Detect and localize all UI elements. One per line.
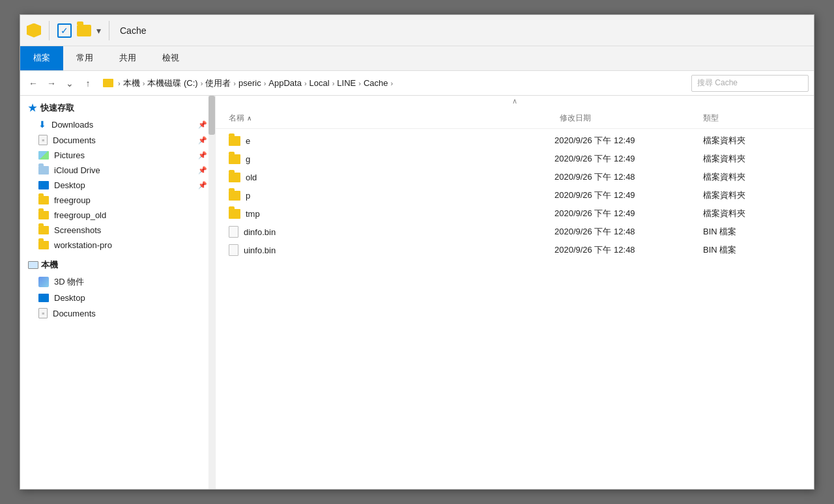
- sidebar-item-screenshots[interactable]: Screenshots: [20, 223, 215, 238]
- sidebar-item-label: Documents: [53, 309, 96, 318]
- folder-icon: [38, 211, 49, 219]
- file-list: e 2020/9/26 下午 12:49 檔案資料夾 g 2020/9/26 下…: [216, 129, 814, 489]
- file-date-old: 2020/9/26 下午 12:48: [554, 171, 698, 183]
- bc-local[interactable]: Local: [309, 78, 330, 88]
- col-date-label: 修改日期: [560, 113, 591, 122]
- table-row[interactable]: uinfo.bin 2020/9/26 下午 12:48 BIN 檔案: [216, 241, 814, 259]
- tab-file[interactable]: 檔案: [20, 46, 63, 70]
- folder-icon: [38, 196, 49, 204]
- this-pc-header: 本機: [20, 253, 215, 273]
- table-row[interactable]: dinfo.bin 2020/9/26 下午 12:48 BIN 檔案: [216, 223, 814, 241]
- sidebar-item-downloads[interactable]: ⬇ Downloads 📌: [20, 117, 215, 132]
- sidebar-item-label: iCloud Drive: [54, 165, 100, 175]
- sort-up-arrow[interactable]: ∧: [512, 97, 517, 105]
- forward-button[interactable]: →: [44, 76, 59, 91]
- sidebar-item-pictures[interactable]: Pictures 📌: [20, 148, 215, 163]
- breadcrumb-folder-icon: [103, 79, 113, 87]
- sidebar-item-documents-pc[interactable]: ≡ Documents: [20, 305, 215, 321]
- pin-icon: 📌: [198, 136, 207, 145]
- titlebar-dropdown-arrow[interactable]: ▾: [96, 25, 101, 36]
- window-title: Cache: [120, 25, 146, 36]
- sidebar-item-freegroup-old[interactable]: freegroup_old: [20, 208, 215, 223]
- bc-drive[interactable]: 本機磁碟 (C:): [147, 77, 197, 89]
- file-name-uinfo: uinfo.bin: [229, 244, 549, 256]
- sidebar: ★ 快速存取 ⬇ Downloads 📌 ≡ Documents 📌 Pictu…: [20, 96, 216, 489]
- folder-icon-p: [229, 191, 240, 201]
- sidebar-item-workstation[interactable]: workstation-pro: [20, 238, 215, 253]
- file-name-g: g: [229, 154, 549, 164]
- recent-button[interactable]: ⌄: [62, 76, 78, 91]
- file-type-p: 檔案資料夾: [703, 189, 801, 201]
- bc-cache[interactable]: Cache: [364, 78, 388, 88]
- table-row[interactable]: p 2020/9/26 下午 12:49 檔案資料夾: [216, 186, 814, 204]
- table-row[interactable]: old 2020/9/26 下午 12:48 檔案資料夾: [216, 168, 814, 186]
- bc-sep3: ›: [233, 79, 236, 87]
- desktop-icon: [38, 181, 49, 189]
- folder-icon: [38, 226, 49, 234]
- bc-sep7: ›: [358, 79, 361, 87]
- file-name-old: old: [229, 173, 549, 182]
- up-button[interactable]: ↑: [80, 76, 96, 91]
- titlebar-sep2: [109, 21, 109, 40]
- folder-icon-old: [229, 173, 240, 182]
- tab-view[interactable]: 檢視: [149, 46, 192, 70]
- file-type-g: 檔案資料夾: [703, 153, 801, 165]
- bc-this-pc[interactable]: 本機: [123, 77, 140, 89]
- bc-users[interactable]: 使用者: [205, 77, 231, 89]
- titlebar: ✓ ▾ Cache: [20, 15, 814, 46]
- sidebar-item-desktop[interactable]: Desktop 📌: [20, 178, 215, 193]
- content-area: ∧ 名稱 ∧ 修改日期 類型: [216, 96, 814, 489]
- search-placeholder: 搜尋 Cache: [697, 77, 738, 89]
- bc-line[interactable]: LINE: [337, 78, 356, 88]
- tab-share[interactable]: 共用: [106, 46, 149, 70]
- col-name-sort-icon: ∧: [247, 115, 252, 122]
- bc-pseric[interactable]: pseric: [238, 78, 261, 88]
- col-name-header[interactable]: 名稱 ∧: [229, 113, 560, 124]
- file-type-e: 檔案資料夾: [703, 135, 801, 147]
- bc-sep0: ›: [118, 79, 121, 87]
- table-row[interactable]: e 2020/9/26 下午 12:49 檔案資料夾: [216, 132, 814, 150]
- threed-icon: [38, 277, 49, 287]
- col-date-header[interactable]: 修改日期: [560, 113, 703, 124]
- sidebar-item-label: 3D 物件: [54, 276, 84, 288]
- sidebar-item-documents[interactable]: ≡ Documents 📌: [20, 132, 215, 148]
- documents-icon: ≡: [38, 308, 48, 318]
- bin-icon-uinfo: [229, 244, 238, 256]
- file-type-uinfo: BIN 檔案: [703, 244, 801, 256]
- folder-icon-g: [229, 154, 240, 164]
- tab-home[interactable]: 常用: [63, 46, 106, 70]
- bc-sep1: ›: [143, 79, 145, 87]
- pc-screen-icon: [28, 261, 38, 269]
- file-name-e: e: [229, 136, 549, 146]
- col-type-header[interactable]: 類型: [703, 113, 801, 124]
- sidebar-item-freegroup[interactable]: freegroup: [20, 193, 215, 208]
- folder-icon-e: [229, 136, 240, 146]
- sort-up-area: ∧: [216, 96, 814, 108]
- sidebar-scroll-thumb[interactable]: [208, 96, 215, 135]
- file-name-tmp: tmp: [229, 209, 549, 219]
- sidebar-item-label: Documents: [53, 135, 96, 145]
- back-button[interactable]: ←: [25, 76, 41, 91]
- titlebar-folder-icon: [27, 23, 41, 38]
- bc-sep4: ›: [264, 79, 266, 87]
- file-type-dinfo: BIN 檔案: [703, 226, 801, 238]
- sidebar-item-icloud[interactable]: iCloud Drive 📌: [20, 163, 215, 178]
- file-type-old: 檔案資料夾: [703, 171, 801, 183]
- table-row[interactable]: g 2020/9/26 下午 12:49 檔案資料夾: [216, 150, 814, 168]
- sidebar-item-label: freegroup_old: [54, 210, 106, 220]
- sidebar-item-label: Downloads: [51, 120, 93, 130]
- bc-sep8: ›: [391, 79, 394, 87]
- breadcrumb[interactable]: › 本機 › 本機磁碟 (C:) › 使用者 › pseric › AppDat…: [98, 75, 689, 92]
- bc-appdata[interactable]: AppData: [268, 78, 302, 88]
- sidebar-scrollbar[interactable]: [208, 96, 215, 489]
- download-icon: ⬇: [38, 119, 46, 130]
- table-row[interactable]: tmp 2020/9/26 下午 12:49 檔案資料夾: [216, 204, 814, 223]
- file-date-dinfo: 2020/9/26 下午 12:48: [554, 226, 698, 238]
- pin-icon: 📌: [198, 120, 207, 129]
- quick-access-header: ★ 快速存取: [20, 96, 215, 117]
- file-name-dinfo: dinfo.bin: [229, 226, 549, 238]
- ribbon: 檔案 常用 共用 檢視: [20, 46, 814, 71]
- search-input[interactable]: 搜尋 Cache: [691, 75, 809, 92]
- sidebar-item-3d[interactable]: 3D 物件: [20, 273, 215, 290]
- sidebar-item-desktop-pc[interactable]: Desktop: [20, 290, 215, 305]
